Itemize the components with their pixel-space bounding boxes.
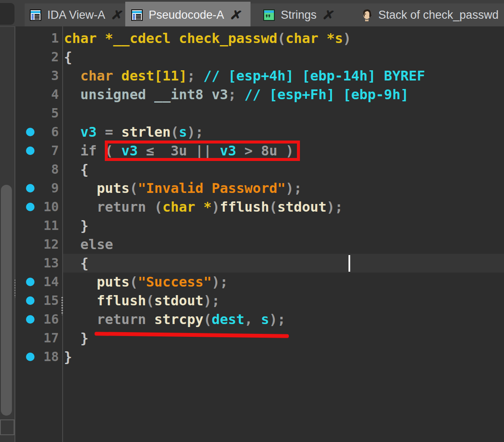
code-line-5[interactable] — [63, 104, 504, 123]
close-icon[interactable]: ✗ — [322, 7, 336, 23]
tab-pseudocode-a[interactable]: Pseudocode-A ✗ — [125, 2, 251, 28]
line-number[interactable]: 4 — [29, 85, 59, 104]
token-punct: ; — [187, 68, 204, 84]
tab-strings[interactable]: Strings ✗ — [251, 3, 345, 26]
gutter-row: 12 — [15, 235, 62, 254]
token-kw: else — [81, 236, 113, 253]
token-plain — [64, 143, 81, 159]
code-line-3[interactable]: char dest[11]; // [esp+4h] [ebp-14h] BYR… — [63, 66, 504, 85]
token-punct: , — [245, 311, 261, 327]
token-punct: ); — [204, 293, 220, 309]
close-icon[interactable]: ✗ — [110, 7, 125, 23]
token-plain — [64, 68, 81, 84]
tab-bar: ⟨ IDA View-A ✗ — [0, 0, 504, 26]
code-line-18[interactable]: } — [63, 347, 504, 366]
line-number[interactable]: 10 — [29, 198, 59, 216]
code-line-2[interactable]: { — [63, 48, 504, 66]
code-line-9[interactable]: puts("Invalid Password"); — [63, 179, 504, 198]
line-number[interactable]: 5 — [29, 104, 59, 123]
token-name: char * — [162, 199, 212, 215]
close-icon[interactable]: ✗ — [229, 7, 244, 23]
token-comment: // [esp+Fh] [ebp-9h] — [245, 86, 409, 103]
token-punct: ); — [187, 124, 204, 140]
token-type: char — [81, 68, 121, 84]
line-number[interactable]: 17 — [29, 329, 59, 347]
code-line-15[interactable]: fflush(stdout); — [63, 291, 504, 310]
token-punct: = — [97, 124, 121, 140]
token-punct: ); — [285, 180, 302, 196]
pseudocode-view[interactable]: char *__cdecl check_passwd(char *s){ cha… — [63, 26, 504, 442]
vertical-scrollbar-thumb[interactable] — [1, 185, 12, 416]
code-line-6[interactable]: v3 = strlen(s); — [63, 123, 504, 141]
token-plain — [64, 274, 97, 290]
token-call: puts — [97, 180, 130, 196]
code-line-11[interactable]: } — [63, 216, 504, 235]
line-number[interactable]: 16 — [29, 310, 59, 329]
token-plain — [64, 86, 81, 103]
gutter-row: 9 — [15, 179, 62, 198]
token-punct: ); — [327, 199, 343, 215]
token-plain — [64, 124, 81, 140]
line-number[interactable]: 15 — [29, 291, 59, 310]
line-number[interactable]: 12 — [29, 235, 59, 254]
token-punct: ( — [170, 124, 179, 140]
token-plain — [64, 199, 97, 215]
line-number[interactable]: 11 — [29, 216, 59, 235]
token-call: fflush — [97, 293, 146, 309]
code-line-1[interactable]: char *__cdecl check_passwd(char *s) — [63, 29, 504, 48]
token-punct: ( — [277, 30, 285, 46]
token-plain — [64, 161, 81, 178]
code-line-10[interactable]: return (char *)fflush(stdout); — [63, 198, 504, 216]
code-line-14[interactable]: puts("Success"); — [63, 273, 504, 291]
code-line-12[interactable]: else — [63, 235, 504, 254]
token-punct: ) — [212, 199, 220, 215]
token-call: strlen — [121, 124, 171, 140]
token-kw: return — [97, 311, 154, 327]
gutter-row: 1 — [15, 29, 62, 48]
code-line-17[interactable]: } — [63, 329, 504, 347]
token-punct: || — [187, 143, 220, 159]
gutter-row: 2 — [15, 48, 62, 66]
token-var: v3 — [121, 143, 138, 159]
window-list-icon — [30, 9, 41, 21]
tab-label: IDA View-A — [47, 9, 105, 22]
line-number[interactable]: 1 — [29, 29, 59, 48]
token-brace: { — [81, 255, 89, 271]
line-number[interactable]: 8 — [29, 160, 59, 179]
code-line-4[interactable]: unsigned __int8 v3; // [esp+Fh] [ebp-9h] — [63, 85, 504, 104]
token-name: dest[11] — [121, 68, 187, 84]
line-number-gutter: 123456789101112131415161718 — [15, 26, 62, 442]
docked-toolbar-corner: ⟨ — [0, 3, 14, 25]
gutter-row: 11 — [15, 216, 62, 235]
token-punct: ( — [269, 199, 277, 215]
token-pale: unsigned __int8 v3 — [81, 86, 228, 103]
line-number[interactable]: 13 — [29, 254, 59, 273]
code-lines: char *__cdecl check_passwd(char *s){ cha… — [63, 29, 504, 366]
code-line-16[interactable]: return strcpy(dest, s); — [63, 310, 504, 329]
line-number[interactable]: 9 — [29, 179, 59, 198]
window-list-icon — [131, 9, 143, 21]
line-number[interactable]: 14 — [29, 273, 59, 291]
tab-label: Stack of check_passwd — [378, 9, 498, 22]
token-plain — [64, 236, 81, 253]
gutter-row: 13 — [15, 254, 62, 273]
token-var: s — [179, 124, 187, 140]
line-number[interactable]: 7 — [29, 141, 59, 160]
line-number[interactable]: 6 — [29, 123, 59, 141]
stack-lady-icon — [361, 9, 372, 21]
line-number[interactable]: 2 — [29, 48, 59, 66]
code-line-13[interactable]: { — [63, 254, 504, 273]
line-number[interactable]: 18 — [29, 347, 59, 366]
tab-label: Strings — [281, 9, 317, 22]
line-number[interactable]: 3 — [29, 66, 59, 85]
token-punct: ( — [146, 293, 154, 309]
token-str: "Invalid Password" — [138, 180, 285, 196]
token-call: stdout — [154, 293, 204, 309]
code-line-8[interactable]: { — [63, 160, 504, 179]
tab-ida-view-a[interactable]: IDA View-A ✗ — [25, 3, 125, 26]
token-kw: return — [97, 199, 154, 215]
gutter-row: 10 — [15, 198, 62, 216]
code-line-7[interactable]: if ( v3 ≤ 3u || v3 > 8u ) — [63, 141, 504, 160]
tab-stack-of-check-passwd[interactable]: Stack of check_passwd ✗ — [345, 3, 504, 26]
token-punct: ( — [130, 274, 138, 290]
